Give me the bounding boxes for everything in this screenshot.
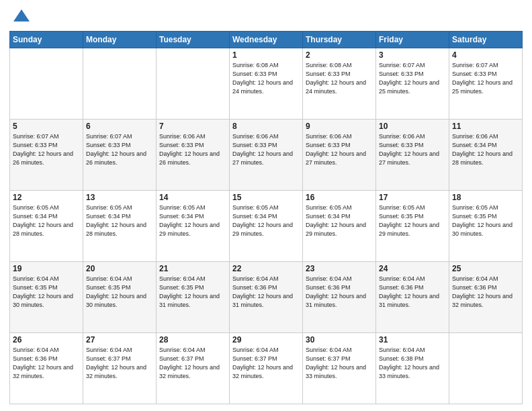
day-info: Sunrise: 6:04 AM Sunset: 6:37 PM Dayligh… bbox=[86, 346, 153, 381]
calendar-cell bbox=[449, 333, 523, 404]
calendar-cell: 21Sunrise: 6:04 AM Sunset: 6:35 PM Dayli… bbox=[157, 262, 230, 333]
day-number: 15 bbox=[232, 193, 300, 202]
day-info: Sunrise: 6:07 AM Sunset: 6:33 PM Dayligh… bbox=[86, 132, 153, 167]
day-info: Sunrise: 6:04 AM Sunset: 6:36 PM Dayligh… bbox=[13, 346, 80, 381]
day-number: 10 bbox=[379, 122, 446, 131]
day-info: Sunrise: 6:06 AM Sunset: 6:34 PM Dayligh… bbox=[452, 132, 519, 167]
calendar-cell: 7Sunrise: 6:06 AM Sunset: 6:33 PM Daylig… bbox=[157, 120, 230, 191]
page: SundayMondayTuesdayWednesdayThursdayFrid… bbox=[0, 0, 532, 411]
day-number: 14 bbox=[159, 193, 226, 202]
weekday-header-row: SundayMondayTuesdayWednesdayThursdayFrid… bbox=[10, 32, 523, 48]
day-number: 13 bbox=[86, 193, 153, 202]
calendar-cell: 13Sunrise: 6:05 AM Sunset: 6:34 PM Dayli… bbox=[83, 191, 157, 262]
day-info: Sunrise: 6:06 AM Sunset: 6:33 PM Dayligh… bbox=[306, 132, 373, 167]
calendar-cell: 3Sunrise: 6:07 AM Sunset: 6:33 PM Daylig… bbox=[376, 48, 449, 120]
day-number: 27 bbox=[86, 335, 153, 345]
weekday-header-friday: Friday bbox=[376, 32, 449, 48]
weekday-header-wednesday: Wednesday bbox=[230, 32, 303, 48]
weekday-header-tuesday: Tuesday bbox=[157, 32, 230, 48]
calendar-cell: 23Sunrise: 6:04 AM Sunset: 6:36 PM Dayli… bbox=[303, 262, 376, 333]
day-info: Sunrise: 6:08 AM Sunset: 6:33 PM Dayligh… bbox=[306, 61, 373, 96]
day-number: 26 bbox=[13, 335, 80, 345]
calendar-cell: 15Sunrise: 6:05 AM Sunset: 6:34 PM Dayli… bbox=[230, 191, 303, 262]
calendar-cell: 27Sunrise: 6:04 AM Sunset: 6:37 PM Dayli… bbox=[83, 333, 157, 404]
week-row-4: 19Sunrise: 6:04 AM Sunset: 6:35 PM Dayli… bbox=[10, 262, 523, 333]
weekday-header-sunday: Sunday bbox=[10, 32, 83, 48]
week-row-2: 5Sunrise: 6:07 AM Sunset: 6:33 PM Daylig… bbox=[10, 120, 523, 191]
calendar-cell bbox=[10, 48, 83, 120]
calendar-cell: 26Sunrise: 6:04 AM Sunset: 6:36 PM Dayli… bbox=[10, 333, 83, 404]
day-number: 20 bbox=[86, 264, 153, 273]
calendar-cell: 8Sunrise: 6:06 AM Sunset: 6:33 PM Daylig… bbox=[230, 120, 303, 191]
day-number: 30 bbox=[306, 335, 373, 345]
calendar-cell: 5Sunrise: 6:07 AM Sunset: 6:33 PM Daylig… bbox=[10, 120, 83, 191]
svg-marker-0 bbox=[13, 9, 30, 21]
week-row-1: 1Sunrise: 6:08 AM Sunset: 6:33 PM Daylig… bbox=[10, 48, 523, 120]
calendar-cell: 4Sunrise: 6:07 AM Sunset: 6:33 PM Daylig… bbox=[449, 48, 523, 120]
day-info: Sunrise: 6:07 AM Sunset: 6:33 PM Dayligh… bbox=[452, 61, 519, 96]
day-info: Sunrise: 6:04 AM Sunset: 6:35 PM Dayligh… bbox=[86, 275, 153, 310]
day-info: Sunrise: 6:04 AM Sunset: 6:37 PM Dayligh… bbox=[159, 346, 226, 381]
header bbox=[9, 7, 523, 26]
day-info: Sunrise: 6:04 AM Sunset: 6:35 PM Dayligh… bbox=[13, 275, 80, 310]
day-number: 28 bbox=[159, 335, 226, 345]
weekday-header-monday: Monday bbox=[83, 32, 157, 48]
day-number: 18 bbox=[452, 193, 519, 202]
day-number: 2 bbox=[306, 50, 373, 60]
weekday-header-thursday: Thursday bbox=[303, 32, 376, 48]
calendar-cell: 30Sunrise: 6:04 AM Sunset: 6:37 PM Dayli… bbox=[303, 333, 376, 404]
day-number: 3 bbox=[379, 50, 446, 60]
day-info: Sunrise: 6:05 AM Sunset: 6:34 PM Dayligh… bbox=[306, 203, 373, 238]
calendar-cell: 29Sunrise: 6:04 AM Sunset: 6:37 PM Dayli… bbox=[230, 333, 303, 404]
calendar-cell: 20Sunrise: 6:04 AM Sunset: 6:35 PM Dayli… bbox=[83, 262, 157, 333]
day-info: Sunrise: 6:06 AM Sunset: 6:33 PM Dayligh… bbox=[379, 132, 446, 167]
calendar-cell: 18Sunrise: 6:05 AM Sunset: 6:35 PM Dayli… bbox=[449, 191, 523, 262]
logo bbox=[9, 7, 31, 26]
day-info: Sunrise: 6:06 AM Sunset: 6:33 PM Dayligh… bbox=[232, 132, 300, 167]
day-info: Sunrise: 6:07 AM Sunset: 6:33 PM Dayligh… bbox=[379, 61, 446, 96]
week-row-5: 26Sunrise: 6:04 AM Sunset: 6:36 PM Dayli… bbox=[10, 333, 523, 404]
day-info: Sunrise: 6:04 AM Sunset: 6:37 PM Dayligh… bbox=[306, 346, 373, 381]
day-info: Sunrise: 6:04 AM Sunset: 6:36 PM Dayligh… bbox=[452, 275, 519, 310]
day-number: 11 bbox=[452, 122, 519, 131]
calendar-cell: 24Sunrise: 6:04 AM Sunset: 6:36 PM Dayli… bbox=[376, 262, 449, 333]
day-number: 9 bbox=[306, 122, 373, 131]
calendar: SundayMondayTuesdayWednesdayThursdayFrid… bbox=[9, 31, 523, 404]
day-info: Sunrise: 6:08 AM Sunset: 6:33 PM Dayligh… bbox=[232, 61, 300, 96]
day-info: Sunrise: 6:05 AM Sunset: 6:34 PM Dayligh… bbox=[13, 203, 80, 238]
day-info: Sunrise: 6:05 AM Sunset: 6:35 PM Dayligh… bbox=[452, 203, 519, 238]
day-info: Sunrise: 6:04 AM Sunset: 6:36 PM Dayligh… bbox=[232, 275, 300, 310]
calendar-cell: 1Sunrise: 6:08 AM Sunset: 6:33 PM Daylig… bbox=[230, 48, 303, 120]
calendar-cell: 25Sunrise: 6:04 AM Sunset: 6:36 PM Dayli… bbox=[449, 262, 523, 333]
day-info: Sunrise: 6:06 AM Sunset: 6:33 PM Dayligh… bbox=[159, 132, 226, 167]
calendar-cell: 2Sunrise: 6:08 AM Sunset: 6:33 PM Daylig… bbox=[303, 48, 376, 120]
calendar-cell: 16Sunrise: 6:05 AM Sunset: 6:34 PM Dayli… bbox=[303, 191, 376, 262]
day-number: 21 bbox=[159, 264, 226, 273]
day-info: Sunrise: 6:07 AM Sunset: 6:33 PM Dayligh… bbox=[13, 132, 80, 167]
day-info: Sunrise: 6:04 AM Sunset: 6:36 PM Dayligh… bbox=[379, 275, 446, 310]
calendar-cell: 14Sunrise: 6:05 AM Sunset: 6:34 PM Dayli… bbox=[157, 191, 230, 262]
day-number: 6 bbox=[86, 122, 153, 131]
calendar-cell bbox=[157, 48, 230, 120]
calendar-cell bbox=[83, 48, 157, 120]
calendar-cell: 31Sunrise: 6:04 AM Sunset: 6:38 PM Dayli… bbox=[376, 333, 449, 404]
day-info: Sunrise: 6:04 AM Sunset: 6:38 PM Dayligh… bbox=[379, 346, 446, 381]
day-number: 4 bbox=[452, 50, 519, 60]
calendar-cell: 28Sunrise: 6:04 AM Sunset: 6:37 PM Dayli… bbox=[157, 333, 230, 404]
calendar-cell: 11Sunrise: 6:06 AM Sunset: 6:34 PM Dayli… bbox=[449, 120, 523, 191]
day-number: 16 bbox=[306, 193, 373, 202]
calendar-cell: 6Sunrise: 6:07 AM Sunset: 6:33 PM Daylig… bbox=[83, 120, 157, 191]
day-number: 31 bbox=[379, 335, 446, 345]
day-number: 8 bbox=[232, 122, 300, 131]
day-number: 12 bbox=[13, 193, 80, 202]
calendar-cell: 22Sunrise: 6:04 AM Sunset: 6:36 PM Dayli… bbox=[230, 262, 303, 333]
day-number: 25 bbox=[452, 264, 519, 273]
calendar-cell: 10Sunrise: 6:06 AM Sunset: 6:33 PM Dayli… bbox=[376, 120, 449, 191]
calendar-cell: 9Sunrise: 6:06 AM Sunset: 6:33 PM Daylig… bbox=[303, 120, 376, 191]
day-number: 5 bbox=[13, 122, 80, 131]
calendar-cell: 12Sunrise: 6:05 AM Sunset: 6:34 PM Dayli… bbox=[10, 191, 83, 262]
calendar-cell: 19Sunrise: 6:04 AM Sunset: 6:35 PM Dayli… bbox=[10, 262, 83, 333]
day-info: Sunrise: 6:05 AM Sunset: 6:34 PM Dayligh… bbox=[86, 203, 153, 238]
logo-icon bbox=[12, 7, 31, 26]
day-info: Sunrise: 6:04 AM Sunset: 6:35 PM Dayligh… bbox=[159, 275, 226, 310]
